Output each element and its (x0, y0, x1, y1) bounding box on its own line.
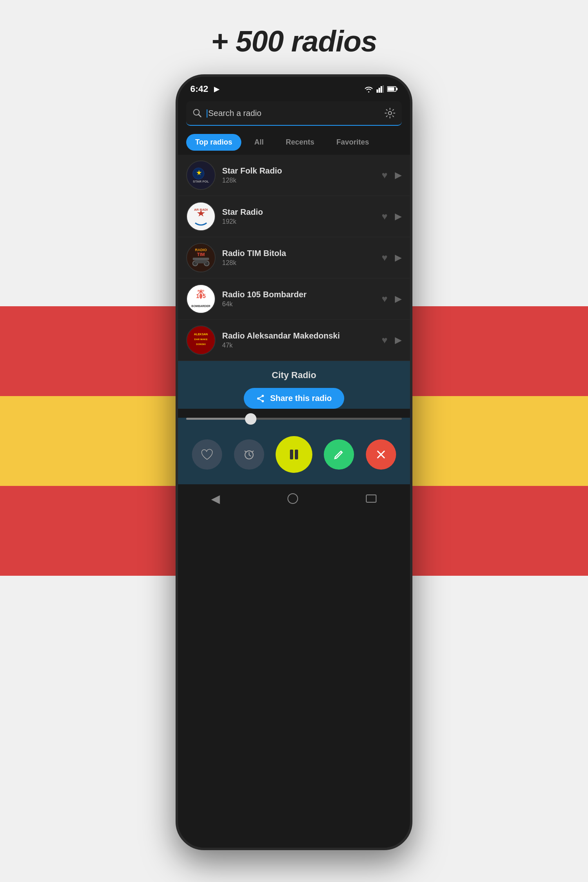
svg-point-36 (262, 400, 264, 402)
radio-info: Star Radio 192k (222, 207, 375, 225)
radio-info: Radio TIM Bitola 128k (222, 249, 375, 267)
radio-logo: STAR FOL (186, 160, 216, 190)
svg-rect-3 (383, 85, 384, 93)
page-title: + 500 radios (211, 24, 377, 58)
favorite-icon[interactable]: ♥ (382, 334, 388, 346)
svg-rect-2 (381, 86, 382, 93)
volume-track[interactable] (186, 418, 402, 420)
radio-info: Star Folk Radio 128k (222, 166, 375, 184)
svg-text:BOMBARDER: BOMBARDER (192, 305, 210, 307)
radio-name: Star Radio (222, 207, 375, 217)
svg-rect-0 (376, 89, 378, 93)
svg-rect-5 (388, 87, 394, 91)
favorite-icon[interactable]: ♥ (382, 211, 388, 222)
edit-icon (333, 449, 345, 460)
play-icon[interactable]: ▶ (395, 170, 402, 180)
alarm-icon (243, 448, 255, 461)
now-playing-panel: City Radio Share this radio (178, 361, 410, 409)
alarm-button[interactable] (234, 439, 264, 470)
svg-line-38 (259, 396, 262, 398)
play-icon[interactable]: ▶ (395, 252, 402, 263)
status-right (364, 85, 398, 93)
svg-text:TIM: TIM (197, 252, 205, 257)
svg-text:STAR FOL: STAR FOL (193, 180, 209, 183)
search-icon (193, 109, 202, 118)
back-button[interactable]: ◀ (211, 492, 220, 506)
svg-line-37 (259, 399, 262, 401)
play-icon[interactable]: ▶ (395, 335, 402, 345)
volume-slider-container (178, 418, 410, 428)
play-icon[interactable]: ▶ (395, 294, 402, 304)
favorite-icon[interactable]: ♥ (382, 169, 388, 181)
radio-name: Radio TIM Bitola (222, 249, 375, 258)
play-icon[interactable]: ▶ (395, 211, 402, 222)
navigation-bar: ◀ (178, 484, 410, 513)
svg-rect-6 (396, 88, 398, 90)
svg-rect-41 (295, 450, 298, 459)
phone-frame: 6:42 ▶ (176, 74, 412, 850)
search-bar[interactable]: Search a radio (186, 101, 402, 126)
svg-line-8 (198, 114, 201, 117)
settings-icon[interactable] (385, 108, 395, 118)
tab-top-radios[interactable]: Top radios (186, 134, 241, 151)
radio-name: Radio Aleksandar Makedonski (222, 331, 375, 341)
list-item[interactable]: adio 105 BOMBARDER Radio 105 Bombarder 6… (178, 278, 410, 320)
list-item[interactable]: STAR FOL Star Folk Radio 128k ♥ ▶ (178, 155, 410, 196)
radio-actions: ♥ ▶ (382, 252, 402, 263)
radio-info: Radio Aleksandar Makedonski 47k (222, 331, 375, 349)
home-button[interactable] (287, 492, 299, 505)
close-icon (375, 449, 387, 460)
heart-icon (201, 449, 213, 460)
signal-icon (376, 85, 384, 93)
tab-all[interactable]: All (245, 134, 273, 151)
player-controls (178, 428, 410, 484)
volume-thumb[interactable] (245, 413, 256, 425)
radio-actions: ♥ ▶ (382, 169, 402, 181)
svg-rect-45 (366, 495, 376, 502)
pause-icon (287, 447, 301, 462)
radio-bitrate: 64k (222, 301, 375, 308)
svg-rect-1 (379, 88, 380, 93)
radio-bitrate: 128k (222, 177, 375, 184)
favorite-icon[interactable]: ♥ (382, 293, 388, 305)
edit-button[interactable] (324, 439, 354, 470)
svg-rect-19 (193, 258, 209, 260)
radio-info: Radio 105 Bombarder 64k (222, 290, 375, 308)
notch (261, 77, 327, 86)
pause-button[interactable] (276, 436, 312, 473)
radio-logo: adio 105 BOMBARDER (186, 284, 216, 314)
list-item[interactable]: ALEKSAN DAR MAKE DONSKI Radio Aleksandar… (178, 320, 410, 361)
status-left: 6:42 ▶ (190, 84, 220, 94)
stop-button[interactable] (366, 439, 396, 470)
recents-button[interactable] (365, 494, 377, 503)
svg-point-9 (388, 111, 392, 115)
svg-point-35 (257, 397, 260, 400)
tab-recents[interactable]: Recents (277, 134, 323, 151)
svg-point-34 (262, 394, 264, 397)
radio-bitrate: 128k (222, 259, 375, 267)
status-time: 6:42 (190, 84, 208, 94)
wifi-icon (364, 85, 373, 93)
list-item[interactable]: AR RADI Star Radio 192k ♥ ▶ (178, 196, 410, 237)
svg-text:DAR MAKE: DAR MAKE (194, 338, 207, 341)
radio-actions: ♥ ▶ (382, 211, 402, 222)
radio-logo: AR RADI (186, 202, 216, 231)
svg-rect-40 (290, 450, 293, 459)
share-icon (256, 394, 265, 403)
svg-text:RADIO: RADIO (195, 248, 207, 252)
favorite-icon[interactable]: ♥ (382, 252, 388, 263)
radio-logo: ALEKSAN DAR MAKE DONSKI (186, 325, 216, 355)
radio-bitrate: 192k (222, 218, 375, 225)
volume-fill (186, 418, 251, 420)
list-item[interactable]: RADIO TIM Radio TIM Bitola 128k ♥ ▶ (178, 237, 410, 278)
svg-point-14 (187, 203, 215, 230)
favorite-button[interactable] (192, 439, 222, 470)
svg-rect-22 (195, 260, 207, 263)
share-radio-button[interactable]: Share this radio (244, 388, 344, 409)
radio-bitrate: 47k (222, 342, 375, 349)
svg-text:ALEKSAN: ALEKSAN (194, 333, 208, 336)
tab-favorites[interactable]: Favorites (327, 134, 378, 151)
search-input[interactable]: Search a radio (207, 109, 380, 118)
battery-icon (387, 86, 398, 92)
radio-name: Star Folk Radio (222, 166, 375, 176)
